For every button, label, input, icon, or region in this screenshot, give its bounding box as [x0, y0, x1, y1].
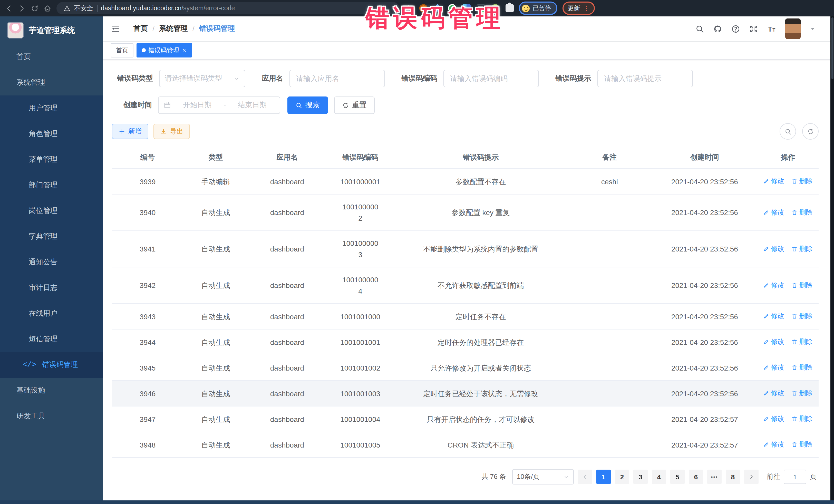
puzzle-extension-icon[interactable] [506, 4, 514, 12]
toggle-search-button[interactable] [780, 123, 796, 139]
close-icon[interactable] [182, 48, 187, 53]
row-created: 2021-04-20 23:52:57 [652, 432, 757, 458]
delete-link[interactable]: 删除 [791, 206, 812, 218]
sidebar-item-2[interactable]: 用户管理 [0, 95, 103, 121]
sidebar-item-7[interactable]: 字典管理 [0, 224, 103, 249]
sidebar-item-0[interactable]: 首页 [0, 44, 103, 70]
collapse-sidebar-icon[interactable] [111, 24, 120, 34]
row-remark [567, 355, 652, 380]
github-icon[interactable] [714, 24, 722, 33]
refresh-table-button[interactable] [802, 123, 819, 139]
date-range-picker[interactable]: 开始日期 - 结束日期 [158, 96, 280, 114]
font-size-icon[interactable]: TT [767, 24, 776, 33]
row-hint: 只允许修改为开启或者关闭状态 [394, 355, 567, 380]
delete-link[interactable]: 删除 [791, 280, 812, 291]
page-ellipsis[interactable]: ••• [707, 469, 722, 484]
forward-icon[interactable] [18, 4, 26, 12]
user-avatar[interactable] [785, 19, 800, 39]
edit-link[interactable]: 修改 [763, 243, 784, 254]
row-app: dashboard [248, 355, 326, 380]
trash-icon [791, 390, 797, 396]
page-button-8[interactable]: 8 [726, 469, 740, 484]
delete-link[interactable]: 删除 [791, 413, 812, 424]
row-actions: 修改删除 [757, 355, 819, 380]
add-button[interactable]: 新增 [112, 124, 148, 139]
row-actions: 修改删除 [757, 194, 819, 231]
help-icon[interactable] [731, 24, 740, 33]
search-icon[interactable] [696, 24, 704, 33]
next-page-button[interactable] [744, 469, 759, 484]
app-logo-row[interactable]: 芋道管理系统 [0, 17, 103, 44]
sidebar-item-13[interactable]: 基础设施 [0, 378, 103, 403]
app-input[interactable] [295, 74, 379, 83]
type-select[interactable]: 请选择错误码类型 [159, 70, 245, 87]
page-button-1[interactable]: 1 [596, 469, 611, 484]
row-hint: 参数配置不存在 [394, 169, 567, 194]
code-input[interactable] [449, 74, 533, 83]
back-icon[interactable] [5, 4, 13, 12]
export-button[interactable]: 导出 [153, 124, 190, 139]
kebab-menu-icon[interactable] [583, 5, 590, 12]
edit-link[interactable]: 修改 [763, 439, 784, 450]
address-bar[interactable]: 不安全 dashboard.yudao.iocoder.cn/system/er… [57, 2, 399, 14]
delete-link[interactable]: 删除 [791, 439, 812, 450]
hint-input[interactable] [603, 74, 687, 83]
delete-link[interactable]: 删除 [791, 176, 812, 187]
breadcrumb-system[interactable]: 系统管理 [159, 24, 188, 34]
page-button-6[interactable]: 6 [689, 469, 703, 484]
sidebar-item-label: 基础设施 [17, 386, 45, 395]
tag-error-code[interactable]: 错误码管理 [136, 43, 192, 58]
sidebar-item-1[interactable]: 系统管理 [0, 70, 103, 95]
sidebar-item-5[interactable]: 部门管理 [0, 172, 103, 198]
tag-home[interactable]: 首页 [111, 43, 133, 58]
refresh-icon [807, 128, 814, 135]
row-app: dashboard [248, 169, 326, 194]
sidebar-item-8[interactable]: 通知公告 [0, 249, 103, 275]
sidebar-item-12[interactable]: </>错误码管理 [0, 352, 103, 378]
delete-link[interactable]: 删除 [791, 388, 812, 399]
sidebar-item-9[interactable]: 审计日志 [0, 275, 103, 301]
prev-page-button[interactable] [578, 469, 592, 484]
pencil-icon [763, 313, 769, 319]
row-hint: CRON 表达式不正确 [394, 432, 567, 458]
sidebar-item-11[interactable]: 短信管理 [0, 326, 103, 352]
window-scrollbar[interactable] [830, 17, 834, 500]
search-button[interactable]: 搜索 [287, 96, 328, 114]
sidebar-item-label: 审计日志 [29, 283, 58, 292]
delete-link[interactable]: 删除 [791, 243, 812, 254]
page-button-3[interactable]: 3 [633, 469, 648, 484]
page-button-4[interactable]: 4 [652, 469, 666, 484]
edit-link[interactable]: 修改 [763, 176, 784, 187]
edit-link[interactable]: 修改 [763, 388, 784, 399]
goto-page-input[interactable] [784, 469, 806, 484]
edit-link[interactable]: 修改 [763, 413, 784, 424]
fullscreen-icon[interactable] [749, 24, 758, 33]
reset-button[interactable]: 重置 [334, 96, 375, 114]
row-remark: ceshi [567, 169, 652, 194]
row-hint: 定时任务不存在 [394, 304, 567, 329]
sidebar-item-14[interactable]: 研发工具 [0, 403, 103, 429]
sidebar-item-10[interactable]: 在线用户 [0, 301, 103, 326]
edit-link[interactable]: 修改 [763, 280, 784, 291]
extensions-paused-pill[interactable]: 已暂停 [519, 2, 557, 15]
update-button[interactable]: 更新 [563, 2, 595, 15]
edit-link[interactable]: 修改 [763, 362, 784, 373]
sidebar-item-4[interactable]: 菜单管理 [0, 147, 103, 172]
breadcrumb-home[interactable]: 首页 [133, 24, 148, 34]
delete-link[interactable]: 删除 [791, 362, 812, 373]
delete-link[interactable]: 删除 [791, 336, 812, 348]
reload-icon[interactable] [31, 4, 39, 12]
chevron-down-icon[interactable] [810, 26, 815, 31]
sidebar-item-6[interactable]: 岗位管理 [0, 198, 103, 224]
edit-link[interactable]: 修改 [763, 336, 784, 348]
page-size-select[interactable]: 10条/页 [512, 469, 574, 484]
sidebar-item-3[interactable]: 角色管理 [0, 121, 103, 147]
table-tools [780, 123, 819, 139]
delete-link[interactable]: 删除 [791, 310, 812, 322]
page-button-5[interactable]: 5 [670, 469, 685, 484]
page-button-2[interactable]: 2 [615, 469, 629, 484]
browser-home-icon[interactable] [44, 4, 51, 12]
edit-link[interactable]: 修改 [763, 310, 784, 322]
edit-link[interactable]: 修改 [763, 206, 784, 218]
column-header: 类型 [183, 147, 248, 169]
